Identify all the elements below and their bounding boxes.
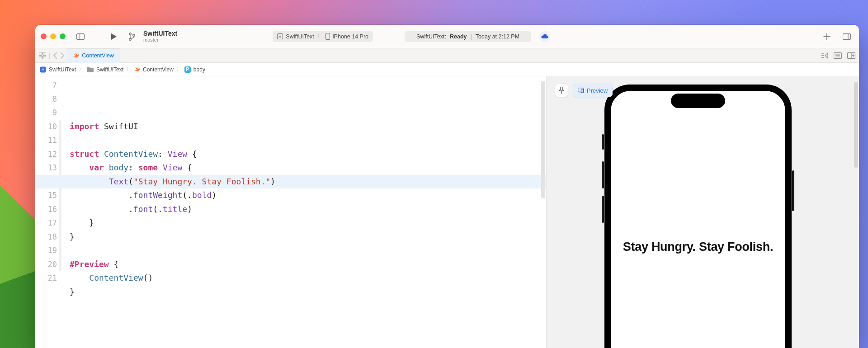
device-frame-iphone: Stay Hungry. Stay Foolish. [604, 85, 792, 348]
run-button[interactable] [107, 30, 121, 43]
minimize-window-button[interactable] [50, 33, 56, 39]
close-window-button[interactable] [41, 33, 47, 39]
status-time: Today at 2:12 PM [476, 33, 519, 40]
adjust-editor-icon[interactable] [834, 52, 842, 59]
svg-text:A: A [279, 35, 282, 39]
device-icon [326, 33, 330, 40]
pin-preview-button[interactable] [555, 84, 568, 97]
breadcrumb-folder[interactable]: SwiftUIText [96, 66, 123, 73]
svg-rect-10 [39, 52, 42, 55]
titlebar: SwiftUIText master A SwiftUIText 〉 iPhon… [35, 25, 859, 48]
svg-rect-23 [581, 89, 584, 93]
project-icon: A [40, 66, 46, 73]
svg-point-3 [129, 38, 131, 40]
breadcrumb-file[interactable]: ContentView [143, 66, 174, 73]
library-button[interactable] [840, 30, 854, 43]
folder-icon [87, 67, 94, 72]
toggle-authors-icon[interactable] [821, 52, 828, 59]
svg-text:A: A [42, 67, 44, 72]
svg-rect-0 [77, 33, 85, 39]
swift-file-icon [73, 52, 79, 59]
file-tab-contentview[interactable]: ContentView [66, 48, 120, 63]
phone-mute-switch [602, 134, 604, 150]
app-icon: A [277, 33, 283, 39]
window-controls [41, 33, 66, 39]
xcode-window: SwiftUIText master A SwiftUIText 〉 iPhon… [35, 25, 859, 348]
back-button[interactable] [53, 52, 57, 59]
svg-rect-8 [843, 33, 851, 39]
breadcrumb-app[interactable]: SwiftUIText [49, 66, 76, 73]
scheme-selector[interactable]: A SwiftUIText 〉 iPhone 14 Pro [273, 31, 373, 42]
code-area[interactable]: import SwiftUI struct ContentView: View … [61, 76, 546, 348]
swift-file-icon [134, 66, 140, 72]
branch-name: master [143, 37, 177, 42]
code-content: import SwiftUI struct ContentView: View … [70, 106, 546, 299]
svg-rect-13 [43, 56, 46, 59]
property-icon: P [184, 66, 191, 73]
line-gutter: 7 8 9 10 11 12 13 14 15 16 17 18 19 20 2… [35, 76, 61, 348]
dynamic-island [671, 94, 725, 108]
phone-power-button [792, 170, 794, 211]
preview-scrollbar[interactable] [854, 82, 858, 168]
toggle-navigator-button[interactable] [74, 30, 87, 43]
phone-volume-up [602, 161, 604, 188]
preview-text: Stay Hungry. Stay Foolish. [623, 240, 773, 254]
jump-bar[interactable]: A SwiftUIText 〉 SwiftUIText 〉 ContentVie… [35, 63, 859, 76]
zoom-window-button[interactable] [60, 33, 66, 39]
scheme-target: SwiftUIText [286, 33, 314, 40]
svg-point-4 [133, 34, 135, 36]
svg-rect-12 [39, 56, 42, 59]
preview-selector-button[interactable]: Preview [573, 84, 613, 97]
scheme-device: iPhone 14 Pro [333, 33, 368, 40]
status-state: Ready [450, 33, 467, 40]
project-name: SwiftUIText [143, 30, 177, 37]
main-split: 7 8 9 10 11 12 13 14 15 16 17 18 19 20 2… [35, 76, 859, 348]
related-items-icon[interactable] [39, 52, 46, 59]
device-screen[interactable]: Stay Hungry. Stay Foolish. [611, 91, 785, 348]
forward-button[interactable] [60, 52, 65, 59]
add-button[interactable] [820, 30, 834, 43]
svg-rect-7 [326, 33, 330, 40]
activity-status: SwiftUIText: Ready | Today at 2:12 PM [405, 31, 531, 42]
preview-button-label: Preview [587, 87, 608, 94]
status-project: SwiftUIText: [416, 33, 446, 40]
svg-rect-11 [43, 52, 46, 55]
phone-volume-down [602, 196, 604, 223]
project-title: SwiftUIText master [143, 30, 177, 42]
preview-canvas-icon [578, 88, 584, 93]
scheme-separator: 〉 [317, 33, 323, 40]
cloud-status-icon[interactable] [539, 31, 550, 42]
canvas-preview: Preview Stay Hungry. Stay Foolish. [546, 76, 859, 348]
tab-filename: ContentView [82, 52, 114, 59]
editor-tabbar: | ContentView [35, 48, 859, 63]
breadcrumb-symbol[interactable]: body [193, 66, 205, 73]
svg-point-2 [129, 33, 131, 34]
source-editor[interactable]: 7 8 9 10 11 12 13 14 15 16 17 18 19 20 2… [35, 76, 546, 348]
add-editor-icon[interactable] [847, 52, 855, 59]
pin-icon [559, 87, 564, 94]
source-control-branch-icon[interactable] [125, 30, 139, 43]
